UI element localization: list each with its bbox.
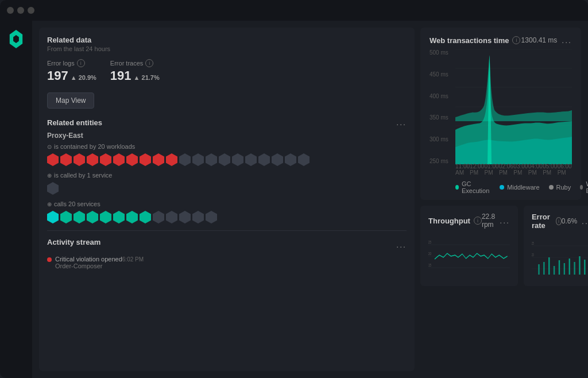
related-entities-section: Related entities ... Proxy-East ⊙ is con… <box>47 118 407 223</box>
throughput-header: Throughput i 22.8 rpm ... <box>428 213 510 229</box>
main-chart-svg <box>455 49 572 164</box>
x-axis-labels: 11:00 AM 12:00 PM 01:00 PM 02:06 PM 03:0… <box>455 163 572 176</box>
svg-text:20: 20 <box>428 251 431 256</box>
hex-14 <box>219 153 230 166</box>
throughput-info-icon[interactable]: i <box>474 217 482 225</box>
main-chart-title-group: Web transactions time i <box>430 36 520 45</box>
error-logs-change: ▲ 20.9% <box>71 74 96 81</box>
metrics-row: Error logs i 197 ▲ 20.9% Error traces i <box>47 59 407 83</box>
throughput-title: Throughput <box>428 217 470 225</box>
svg-rect-27 <box>584 260 585 275</box>
services-hex-10 <box>166 211 177 223</box>
error-rate-value: 0.6% <box>562 217 577 225</box>
workloads-hex-grid <box>47 153 407 166</box>
hex-8 <box>140 153 151 166</box>
hex-12 <box>192 153 204 166</box>
error-logs-info[interactable]: i <box>77 59 85 67</box>
hex-15 <box>232 153 243 166</box>
throughput-title-group: Throughput i <box>428 217 482 225</box>
hex-13 <box>206 153 217 166</box>
legend-middleware: Middleware <box>500 180 539 194</box>
svg-rect-26 <box>579 256 580 275</box>
services-hex-grid <box>47 211 407 223</box>
service-icon: ⊕ <box>47 172 52 179</box>
error-traces-metric: Error traces i 191 ▲ 21.7% <box>110 59 160 83</box>
svg-rect-20 <box>548 257 550 275</box>
error-logs-label: Error logs i <box>47 59 96 67</box>
throughput-value: 22.8 rpm <box>482 213 495 229</box>
error-logs-value: 197 ▲ 20.9% <box>47 68 96 83</box>
throughput-chart-area: 25 20 15 <box>428 233 510 279</box>
related-data-subtitle: From the last 24 hours <box>47 45 407 52</box>
titlebar <box>0 0 588 21</box>
error-traces-info[interactable]: i <box>145 59 153 67</box>
hex-1 <box>47 153 59 166</box>
services-hex-11 <box>179 211 191 223</box>
activity-stream-menu[interactable]: ... <box>396 240 407 249</box>
titlebar-dot-1 <box>7 7 14 14</box>
services-hex-9 <box>153 211 164 223</box>
hex-6 <box>113 153 125 166</box>
error-rate-menu[interactable]: ... <box>582 217 588 226</box>
hex-19 <box>285 153 296 166</box>
main-chart-card: Web transactions time i 1300.41 ms ... 5… <box>420 28 581 200</box>
activity-dot-0 <box>47 257 52 262</box>
service-hex-grid <box>47 182 407 195</box>
services-hex-3 <box>74 211 85 223</box>
services-icon: ⊕ <box>47 201 52 207</box>
left-column: Web transactions time i 1300.41 ms ... 5… <box>420 28 581 326</box>
workloads-icon: ⊙ <box>47 144 52 150</box>
activity-text-0: Critical violation opened <box>55 256 122 263</box>
services-hex-12 <box>192 211 204 223</box>
map-view-button[interactable]: Map View <box>47 92 94 109</box>
services-hex-6 <box>113 211 125 223</box>
services-hex-13 <box>206 211 217 223</box>
svg-rect-19 <box>543 262 544 275</box>
hex-16 <box>245 153 257 166</box>
relation-services: ⊕ calls 20 services <box>47 200 407 207</box>
svg-rect-25 <box>574 262 575 275</box>
error-rate-title-group: Error rate i <box>532 213 562 230</box>
hex-2 <box>60 153 72 166</box>
hex-10 <box>166 153 177 166</box>
legend-middleware-dot <box>500 185 504 190</box>
hex-20 <box>298 153 310 166</box>
services-hex-8 <box>140 211 151 223</box>
error-rate-title: Error rate <box>532 213 552 230</box>
titlebar-dot-2 <box>17 7 24 14</box>
hex-9 <box>153 153 164 166</box>
legend-web-external: Web External <box>580 180 588 194</box>
app-layout: Web transactions time i 1300.41 ms ... 5… <box>0 21 588 378</box>
main-chart-info-icon[interactable]: i <box>512 36 520 44</box>
main-content: Web transactions time i 1300.41 ms ... 5… <box>32 21 588 378</box>
activity-stream-title: Activity stream <box>47 238 100 246</box>
legend-gc-dot <box>455 185 459 190</box>
sidebar-logo[interactable] <box>7 30 25 48</box>
svg-rect-22 <box>559 260 560 275</box>
legend-ruby-dot <box>549 185 554 190</box>
throughput-menu[interactable]: ... <box>500 216 510 225</box>
error-rate-chart-area: 25 20 <box>532 234 588 280</box>
legend-gc-execution: GC Execution <box>455 180 490 194</box>
related-data-section: Related data From the last 24 hours Erro… <box>47 36 407 118</box>
svg-rect-18 <box>538 264 539 275</box>
activity-stream-section: Activity stream ... Critical violation o… <box>47 238 407 269</box>
svg-rect-24 <box>568 259 570 275</box>
main-chart-menu[interactable]: ... <box>562 36 572 45</box>
service-hex-1 <box>47 182 59 195</box>
hex-5 <box>100 153 111 166</box>
svg-text:20: 20 <box>532 252 534 257</box>
hex-7 <box>126 153 138 166</box>
hex-3 <box>74 153 85 166</box>
services-hex-5 <box>100 211 111 223</box>
hex-18 <box>272 153 283 166</box>
y-axis-labels: 500 ms 450 ms 400 ms 350 ms 300 ms 250 m… <box>430 49 448 164</box>
error-rate-header: Error rate i 0.6% ... <box>532 213 588 230</box>
activity-content-0: Critical violation opened 6:02 PM Order-… <box>55 256 144 269</box>
related-entities-menu[interactable]: ... <box>396 118 407 127</box>
svg-text:25: 25 <box>428 240 431 245</box>
throughput-card: Throughput i 22.8 rpm ... <box>420 206 518 286</box>
error-rate-info-icon[interactable]: i <box>556 217 561 225</box>
svg-text:15: 15 <box>428 263 431 268</box>
bottom-charts: Throughput i 22.8 rpm ... <box>420 206 581 286</box>
